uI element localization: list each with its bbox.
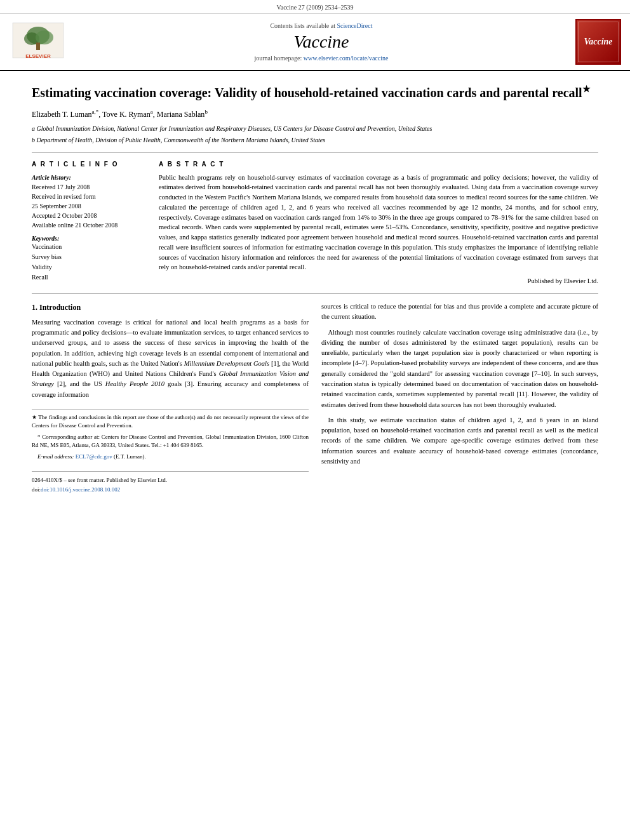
body-left-col: 1. Introduction Measuring vaccination co…: [32, 302, 309, 494]
sciencedirect-line: Contents lists available at ScienceDirec…: [270, 22, 372, 29]
journal-title: Vaccine: [293, 32, 349, 52]
bottom-info: 0264-410X/$ – see front matter. Publishe…: [32, 471, 309, 494]
body-right-col: sources is critical to reduce the potent…: [321, 302, 598, 494]
vaccine-logo-text: Vaccine: [584, 37, 612, 47]
abstract-label: A B S T R A C T: [159, 161, 598, 168]
doi-line: doi:doi:10.1016/j.vaccine.2008.10.002: [32, 485, 309, 494]
abstract-text: Public health programs rely on household…: [159, 173, 598, 273]
body-two-col: 1. Introduction Measuring vaccination co…: [32, 302, 598, 494]
citation-bar: Vaccine 27 (2009) 2534–2539: [0, 0, 630, 14]
svg-rect-4: [36, 43, 40, 50]
divider-1: [32, 152, 598, 153]
footnote-star: ★ The findings and conclusions in this r…: [32, 413, 309, 430]
sciencedirect-link[interactable]: ScienceDirect: [337, 22, 372, 29]
body-content: 1. Introduction Measuring vaccination co…: [32, 302, 598, 494]
footnote-email-link[interactable]: ECL7@cdc.gov: [76, 453, 112, 460]
body-right-para-2: Although most countries routinely calcul…: [321, 328, 598, 410]
homepage-link[interactable]: www.elsevier.com/locate/vaccine: [304, 55, 389, 62]
divider-2: [32, 293, 598, 294]
page: Vaccine 27 (2009) 2534–2539 ELSEVIER Con…: [0, 0, 630, 840]
journal-center: Contents lists available at ScienceDirec…: [76, 19, 566, 65]
svg-text:ELSEVIER: ELSEVIER: [25, 53, 51, 59]
citation-text: Vaccine 27 (2009) 2534–2539: [277, 4, 354, 11]
title-star: ★: [582, 84, 591, 94]
footnote-area: ★ The findings and conclusions in this r…: [32, 409, 309, 462]
elsevier-logo-container: ELSEVIER: [6, 19, 70, 65]
journal-header: ELSEVIER Contents lists available at Sci…: [0, 14, 630, 71]
elsevier-logo: ELSEVIER: [10, 20, 67, 64]
abstract-col: A B S T R A C T Public health programs r…: [159, 161, 598, 285]
article-history: Article history: Received 17 July 2008 R…: [32, 173, 146, 230]
affiliation-a: a Global Immunization Division, National…: [32, 124, 598, 133]
svg-point-3: [36, 30, 53, 44]
body-right-para-1: sources is critical to reduce the potent…: [321, 302, 598, 323]
authors-line: Elizabeth T. Lumana,*, Tove K. Rymana, M…: [32, 109, 598, 119]
homepage-line: journal homepage: www.elsevier.com/locat…: [255, 55, 389, 62]
footnote-email: E-mail address: ECL7@cdc.gov (E.T. Luman…: [32, 453, 309, 462]
affiliation-b: b Department of Health, Division of Publ…: [32, 136, 598, 145]
published-by: Published by Elsevier Ltd.: [159, 277, 598, 284]
vaccine-logo-box: Vaccine: [575, 19, 621, 65]
footnote-corresponding: * Corresponding author at: Centers for D…: [32, 433, 309, 450]
vaccine-logo-container: Vaccine: [573, 19, 624, 65]
issn-line: 0264-410X/$ – see front matter. Publishe…: [32, 476, 309, 484]
info-abstract-section: A R T I C L E I N F O Article history: R…: [32, 161, 598, 285]
main-content: Estimating vaccination coverage: Validit…: [0, 71, 630, 507]
article-info-label: A R T I C L E I N F O: [32, 161, 146, 168]
body-right-para-3: In this study, we estimate vaccination s…: [321, 415, 598, 467]
article-info-col: A R T I C L E I N F O Article history: R…: [32, 161, 146, 285]
article-title: Estimating vaccination coverage: Validit…: [32, 84, 598, 101]
keywords-section: Keywords: Vaccination Survey bias Validi…: [32, 235, 146, 283]
doi-link[interactable]: doi:10.1016/j.vaccine.2008.10.002: [41, 486, 120, 493]
section1-heading: 1. Introduction: [32, 302, 309, 314]
body-para-1: Measuring vaccination coverage is critic…: [32, 317, 309, 400]
information-word: information: [58, 391, 90, 398]
